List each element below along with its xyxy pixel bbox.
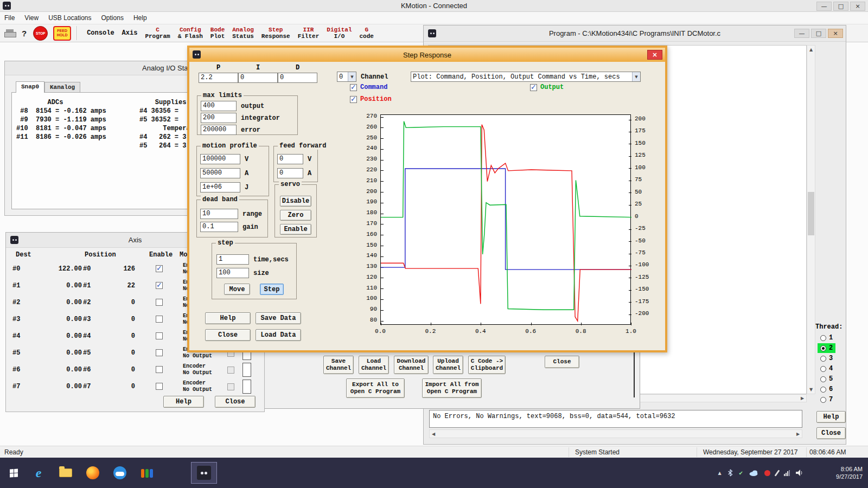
enable-checkbox[interactable] bbox=[156, 332, 163, 339]
thread-radio-5[interactable]: 5 bbox=[818, 374, 835, 384]
tab-kanalog[interactable]: Kanalog bbox=[44, 82, 80, 92]
toolbar-response[interactable]: StepResponse bbox=[258, 24, 294, 42]
taskbar-app-internet-explorer[interactable]: e bbox=[29, 464, 48, 482]
enable-checkbox[interactable] bbox=[156, 265, 163, 272]
mode-selector[interactable] bbox=[242, 363, 251, 377]
program-titlebar[interactable]: Program - C:\KMotion434i\C Programs\INIT… bbox=[424, 25, 846, 42]
disable-button[interactable]: Disable bbox=[280, 196, 311, 207]
load-data-button[interactable]: Load Data bbox=[256, 329, 301, 341]
i-input[interactable]: 0 bbox=[238, 73, 278, 83]
taskbar-clock[interactable]: 8:06 AM 9/27/2017 bbox=[836, 465, 863, 480]
d-input[interactable]: 0 bbox=[278, 73, 317, 83]
output-limit-input[interactable]: 400 bbox=[201, 101, 237, 111]
dest-value[interactable]: 0.00 bbox=[25, 383, 82, 390]
dest-value[interactable]: 0.00 bbox=[25, 282, 82, 290]
tab-snap0[interactable]: Snap0 bbox=[16, 81, 44, 93]
move-button[interactable]: Move bbox=[224, 284, 250, 295]
dest-value[interactable]: 0.00 bbox=[25, 349, 82, 357]
help-icon[interactable]: ? bbox=[21, 29, 28, 38]
thread-radio-3[interactable]: 3 bbox=[818, 354, 835, 363]
toolbar-i-o[interactable]: DigitalI/O bbox=[323, 24, 355, 42]
scroll-right-icon[interactable]: ▶ bbox=[799, 395, 806, 402]
toolbar-console[interactable]: Console bbox=[83, 24, 118, 42]
integrator-limit-input[interactable]: 200 bbox=[201, 113, 237, 123]
dest-value[interactable]: 0.00 bbox=[25, 332, 82, 340]
bluetooth-icon[interactable] bbox=[727, 469, 733, 477]
checkbox-icon[interactable] bbox=[530, 84, 537, 91]
table-row[interactable]: #60.00#60EncoderNo Output bbox=[6, 362, 264, 378]
maximize-icon[interactable]: □ bbox=[833, 2, 848, 11]
checkbox-icon[interactable] bbox=[350, 84, 357, 91]
stop-button[interactable]: STOP bbox=[33, 26, 48, 41]
table-row[interactable]: #70.00#70EncoderNo Output bbox=[6, 378, 264, 395]
close-button[interactable]: Close bbox=[205, 329, 251, 341]
hidden-icons-icon[interactable]: ▲ bbox=[718, 471, 721, 476]
start-button[interactable] bbox=[4, 458, 23, 488]
mode-checkbox[interactable] bbox=[227, 367, 234, 374]
checkbox-icon[interactable] bbox=[350, 96, 357, 103]
vscroll-thumb[interactable] bbox=[808, 192, 814, 235]
enable-checkbox[interactable] bbox=[156, 366, 163, 373]
taskbar-app-file-explorer[interactable] bbox=[56, 464, 75, 482]
minimize-icon[interactable]: — bbox=[794, 29, 809, 38]
close-icon[interactable]: × bbox=[850, 2, 865, 11]
menu-view[interactable]: View bbox=[24, 14, 39, 22]
menu-usb-locations[interactable]: USB Locations bbox=[48, 14, 91, 22]
volume-icon[interactable] bbox=[796, 470, 803, 476]
mode-checkbox[interactable] bbox=[227, 383, 234, 390]
channel-select[interactable]: 0▼ bbox=[337, 72, 356, 82]
enable-checkbox[interactable] bbox=[156, 316, 163, 323]
ff-velocity-input[interactable]: 0 bbox=[277, 154, 303, 164]
accel-input[interactable]: 50000 bbox=[200, 168, 240, 178]
scroll-down-icon[interactable]: ▼ bbox=[807, 386, 815, 394]
deadband-range-input[interactable]: 10 bbox=[200, 209, 238, 219]
button-c-code-clipboard[interactable]: C Code ->Clipboard bbox=[468, 356, 506, 374]
close-icon[interactable]: × bbox=[828, 29, 843, 38]
button-upload-channel[interactable]: UploadChannel bbox=[433, 356, 463, 374]
help-button[interactable]: Help bbox=[163, 396, 204, 408]
step-time-input[interactable]: 1 bbox=[216, 254, 249, 265]
plot-select[interactable]: Plot: Command, Position, Output Command … bbox=[411, 72, 641, 82]
maximize-icon[interactable]: □ bbox=[811, 29, 826, 38]
close-button[interactable]: Close bbox=[545, 356, 579, 368]
taskbar-app-firefox[interactable] bbox=[84, 464, 102, 482]
plot-check-command[interactable]: Command bbox=[350, 84, 387, 91]
button-save-channel[interactable]: SaveChannel bbox=[323, 356, 354, 374]
plot-check-position[interactable]: Position bbox=[350, 95, 392, 103]
button-download-channel[interactable]: DownloadChannel bbox=[394, 356, 429, 374]
enable-button[interactable]: Enable bbox=[280, 224, 311, 235]
feed-hold-button[interactable]: FEEDHOLD bbox=[53, 26, 71, 41]
menu-options[interactable]: Options bbox=[101, 14, 124, 22]
action-center-icon[interactable] bbox=[764, 470, 770, 476]
taskbar-kmotion-active[interactable] bbox=[191, 462, 217, 484]
dest-value[interactable]: 0.00 bbox=[25, 366, 82, 374]
taskbar-app-people[interactable] bbox=[138, 464, 156, 482]
enable-checkbox[interactable] bbox=[156, 282, 163, 289]
mode-selector[interactable] bbox=[242, 380, 251, 394]
deadband-gain-input[interactable]: 0.1 bbox=[200, 222, 238, 232]
usb-eject-icon[interactable]: ✔ bbox=[739, 470, 743, 476]
output-hscrollbar[interactable]: ◀ ▶ bbox=[429, 429, 802, 438]
button-import-all-from-open-c-program[interactable]: Import All fromOpen C Program bbox=[422, 378, 482, 398]
ff-accel-input[interactable]: 0 bbox=[277, 168, 303, 178]
toolbar-plot[interactable]: BodePlot bbox=[207, 24, 228, 42]
scroll-right-icon[interactable]: ▶ bbox=[794, 430, 802, 438]
scroll-left-icon[interactable]: ◀ bbox=[430, 430, 437, 438]
toolbar--flash[interactable]: Config& Flash bbox=[174, 24, 207, 42]
toolbar-axis[interactable]: Axis bbox=[118, 24, 142, 42]
dest-value[interactable]: 122.00 bbox=[25, 265, 82, 273]
enable-checkbox[interactable] bbox=[156, 299, 163, 306]
onedrive-icon[interactable] bbox=[749, 470, 758, 476]
toolbar-filter[interactable]: IIRFilter bbox=[294, 24, 323, 42]
thread-radio-6[interactable]: 6 bbox=[818, 384, 835, 394]
save-data-button[interactable]: Save Data bbox=[256, 312, 301, 324]
plot-check-output[interactable]: Output bbox=[530, 84, 564, 91]
kmotion-titlebar[interactable]: KMotion - Connected — □ × bbox=[0, 0, 868, 12]
error-limit-input[interactable]: 200000 bbox=[201, 125, 237, 135]
pen-input-icon[interactable] bbox=[776, 470, 778, 477]
toolbar-code[interactable]: Gcode bbox=[356, 24, 378, 42]
button-export-all-to-open-c-program[interactable]: Export All toOpen C Program bbox=[346, 378, 405, 398]
dest-value[interactable]: 0.00 bbox=[25, 316, 82, 323]
dest-value[interactable]: 0.00 bbox=[25, 299, 82, 306]
toolbar-status[interactable]: AnalogStatus bbox=[228, 24, 258, 42]
